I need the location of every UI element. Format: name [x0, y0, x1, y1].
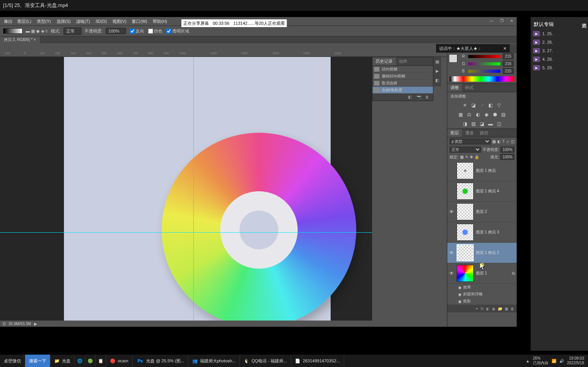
tray-icon[interactable]: ▲ [526, 359, 530, 363]
adj-curves-icon[interactable]: ⟋ [479, 102, 486, 108]
group-icon[interactable]: 📁 [498, 307, 502, 311]
blend-mode-select[interactable]: 正常 [450, 147, 481, 153]
playlist-item[interactable]: ▶3. 27. [532, 46, 586, 55]
fx-shadow[interactable]: ◉ 投影 [447, 298, 517, 305]
layer-opacity-value[interactable]: 100% [500, 147, 514, 153]
history-snapshot-icon[interactable]: ◧ [408, 95, 414, 99]
adj-mixer-icon[interactable]: ⬢ [491, 111, 498, 118]
close-button[interactable]: ✕ [507, 17, 517, 24]
link-layers-icon[interactable]: ⚭ [475, 307, 478, 311]
tab-adjustments[interactable]: 调整 [447, 84, 462, 92]
status-arrow-icon[interactable]: ▶ [34, 322, 37, 326]
menu-select[interactable]: 选择(S) [54, 18, 73, 25]
taskbar-photoshop[interactable]: Ps光盘 @ 25.5% (图... [133, 355, 188, 367]
canvas-area[interactable] [0, 57, 372, 321]
r-slider[interactable] [468, 55, 500, 58]
adj-balance-icon[interactable]: ⚖ [466, 111, 473, 118]
playlist-item[interactable]: ▶5. 29. [532, 63, 586, 72]
transparency-checkbox[interactable]: 透明区域 [166, 28, 189, 34]
g-value[interactable]: 216 [503, 61, 514, 67]
foreground-swatch[interactable] [449, 54, 457, 63]
adj-bw-icon[interactable]: ◐ [474, 111, 481, 118]
trash-icon[interactable]: 🗑 [510, 307, 514, 311]
history-camera-icon[interactable]: 📷 [417, 95, 422, 99]
adj-poster-icon[interactable]: ▨ [470, 121, 477, 127]
layer-thumbnail[interactable] [457, 224, 474, 241]
guide-vertical[interactable] [193, 57, 194, 321]
tab-channels[interactable]: 通道 [462, 129, 477, 137]
taskbar-browser[interactable]: 🌐 [75, 355, 85, 367]
layer-thumbnail[interactable] [457, 162, 474, 179]
panel-icon[interactable]: ▶ [434, 69, 440, 75]
menu-filter[interactable]: 滤镜(T) [74, 18, 92, 25]
g-slider[interactable] [468, 62, 500, 65]
color-spectrum[interactable] [450, 76, 514, 82]
adj-photo-icon[interactable]: ◉ [483, 111, 490, 118]
adj-exposure-icon[interactable]: ◧ [487, 102, 494, 108]
layer-row[interactable]: 👁图层 1fx [447, 263, 517, 284]
speaking-close-icon[interactable]: ✕ [503, 46, 507, 51]
filter-image-icon[interactable]: ▦ [492, 139, 496, 144]
clock[interactable]: 19:09:032022/5/18 [567, 356, 585, 365]
tab-actions[interactable]: 动作 [396, 57, 410, 65]
minimize-button[interactable]: — [486, 17, 497, 24]
document-tab[interactable]: 拷贝 2, RGB/8) * × [0, 36, 40, 43]
layer-thumbnail[interactable] [457, 203, 474, 220]
b-value[interactable]: 215 [503, 68, 514, 74]
history-trash-icon[interactable]: 🗑 [425, 95, 431, 99]
taskbar-qq2[interactable]: 🐧QQ电话 - 福建师... [240, 355, 291, 367]
taskbar-ocam[interactable]: 🔴ocam [106, 355, 133, 367]
tab-styles[interactable]: 样式 [462, 84, 477, 92]
reverse-checkbox[interactable]: 反向 [129, 28, 144, 34]
playlist-item[interactable]: ▶2. 26. [532, 38, 586, 46]
filter-adjust-icon[interactable]: ◐ [497, 139, 501, 144]
taskbar-app1[interactable]: 🟢 [85, 355, 96, 367]
filter-shape-icon[interactable]: ▱ [506, 139, 509, 144]
lock-all-icon[interactable]: 🔒 [474, 155, 479, 159]
b-slider[interactable] [468, 70, 500, 73]
adj-brightness-icon[interactable]: ☀ [462, 102, 469, 108]
layer-row[interactable]: 👁图层 1 拷贝 2 [447, 243, 517, 263]
adjustment-layer-icon[interactable]: ◉ [492, 307, 495, 311]
layer-row[interactable]: 图层 1 拷贝 [447, 161, 517, 181]
r-value[interactable]: 215 [503, 53, 514, 59]
playlist-item[interactable]: ▶1. 25. [532, 29, 586, 38]
menu-help[interactable]: 帮助(H) [150, 18, 169, 25]
playlist-item[interactable]: ▶4. 28. [532, 55, 586, 63]
adj-selective-icon[interactable]: ◫ [496, 121, 503, 127]
adj-lookup-icon[interactable]: ▤ [500, 111, 507, 118]
lock-trans-icon[interactable]: ▦ [460, 155, 464, 159]
adj-threshold-icon[interactable]: ◪ [479, 121, 486, 127]
layer-thumbnail[interactable] [457, 183, 474, 200]
layer-kind-filter[interactable]: ρ 类型 [450, 139, 491, 144]
volume-icon[interactable]: 🔊 [559, 359, 564, 363]
panel-icon[interactable]: ▦ [434, 59, 440, 65]
menu-view[interactable]: 视图(V) [110, 18, 129, 25]
lock-move-icon[interactable]: ✥ [470, 155, 473, 159]
opacity-value[interactable]: 100% [106, 28, 126, 34]
mask-icon[interactable]: ◐ [486, 307, 490, 311]
adj-hue-icon[interactable]: ▦ [457, 111, 464, 118]
layer-thumbnail[interactable] [457, 244, 474, 261]
adj-gradient-icon[interactable]: ▬ [487, 121, 494, 127]
layer-fill-value[interactable]: 100% [500, 154, 514, 160]
taskbar-app2[interactable]: 📋 [96, 355, 106, 367]
layer-row[interactable]: 图层 1 拷贝 3 [447, 222, 517, 243]
menu-window[interactable]: 窗口(W) [129, 18, 150, 25]
dither-checkbox[interactable]: 仿色 [147, 28, 162, 34]
filter-type-icon[interactable]: T [502, 139, 505, 144]
adj-vibrance-icon[interactable]: ▽ [496, 102, 503, 108]
visibility-toggle[interactable]: 👁 [449, 209, 454, 214]
taskbar-qq1[interactable]: 👥福建师大photosh... [188, 355, 240, 367]
filter-smart-icon[interactable]: ◫ [511, 139, 514, 144]
network-icon[interactable]: 📶 [552, 359, 556, 363]
visibility-toggle[interactable]: 👁 [449, 271, 454, 276]
taskbar-folder[interactable]: 📁光盘 [50, 355, 75, 367]
adj-levels-icon[interactable]: ◪ [470, 102, 477, 108]
taskbar-doc[interactable]: 📄263149914703S2... [291, 355, 344, 367]
layer-thumbnail[interactable] [457, 265, 474, 282]
guide-horizontal[interactable] [0, 232, 372, 233]
history-item[interactable]: 径向模糊 [372, 66, 433, 73]
layer-row[interactable]: 图层 1 拷贝 4 [447, 181, 517, 202]
mode-select[interactable]: 正常 [64, 27, 81, 35]
